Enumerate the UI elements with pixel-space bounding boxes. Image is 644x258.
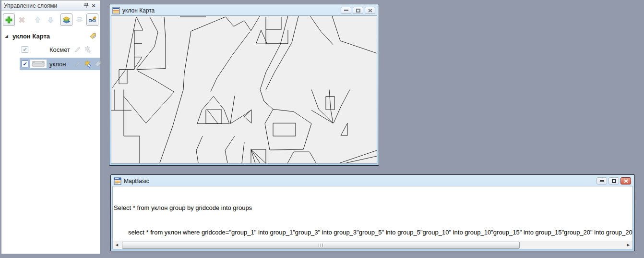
uklon-visibility-checkbox[interactable]: ✔ [22,61,28,67]
region-swatch-icon [32,61,45,67]
map-canvas[interactable] [111,15,377,164]
layer-properties-button[interactable] [86,13,98,26]
layer-panel-title: Управление слоями [4,2,82,9]
layer-panel-header: Управление слоями × [1,0,100,11]
mapbasic-code[interactable]: Select * from уклон group by gridcode in… [113,186,632,249]
layer-group-label: уклон Карта [12,33,89,40]
layer-row-uklon[interactable]: ✔ уклон [20,58,100,70]
scroll-left-arrow[interactable]: ◀ [113,241,121,249]
uklon-style-icon[interactable] [73,60,82,68]
tags-icon [89,32,97,40]
restore-button[interactable] [608,177,619,184]
desktop: Управление слоями × [0,0,644,258]
cosmetic-layer-label: Космет [49,46,72,53]
glasses-pen-icon [88,16,96,24]
layer-panel-toolbar [1,11,100,28]
minimize-button[interactable] [341,7,351,14]
move-layer-down-button[interactable] [45,13,57,26]
close-icon [624,179,628,183]
arrow-up-icon [34,16,42,24]
add-layer-button[interactable] [3,13,15,26]
pack-layers-button[interactable] [73,13,85,26]
horizontal-scrollbar[interactable]: ◀ ▶ [113,241,632,249]
pencil-icon [74,46,82,53]
layers-stack-icon [62,16,71,24]
uklon-swatch-slot [30,60,48,68]
remove-layer-button[interactable] [16,13,28,26]
mapbasic-editor[interactable]: Select * from уклон group by gridcode in… [112,186,633,249]
layer-row-cosmetic[interactable]: ✔ Космет [20,43,100,56]
mapbasic-window-buttons [596,177,632,184]
pencil-icon [74,60,82,68]
layer-tree: ◢ уклон Карта ✔ Космет [1,28,100,70]
remove-layer-icon [18,16,26,24]
scrollbar-thumb[interactable] [122,242,520,249]
layer-group-row[interactable]: ◢ уклон Карта [1,31,100,41]
add-layer-icon [5,16,13,24]
minimize-button[interactable] [596,177,607,184]
pin-icon-glyph [83,2,89,9]
map-window-title: уклон Карта [122,7,338,14]
panel-close-icon[interactable]: × [90,2,97,10]
move-layer-up-button[interactable] [32,13,44,26]
tag-icon [94,60,102,68]
map-window-buttons [341,7,376,14]
uklon-labels-icon[interactable] [94,60,102,68]
map-window-icon [112,7,120,14]
mapbasic-code-line: Select * from уклон group by gridcode in… [114,204,632,212]
group-labels-icon[interactable] [89,32,97,40]
arrow-down-icon [47,16,55,24]
close-button[interactable] [620,177,631,184]
close-icon [368,9,372,12]
map-window-titlebar[interactable]: уклон Карта [111,5,377,15]
pack-layers-icon [75,16,83,24]
map-window: уклон Карта [109,4,379,166]
layer-control-panel: Управление слоями × [1,0,100,254]
minimize-icon [344,10,348,11]
scrollbar-track[interactable] [121,241,624,249]
layer-control-button[interactable] [60,13,72,26]
cosmetic-swatch-slot [30,45,48,54]
restore-icon [356,9,360,12]
minimize-icon [600,180,604,182]
restore-icon [612,179,616,183]
expander-icon[interactable]: ◢ [5,34,8,38]
cosmetic-editable-icon[interactable] [83,46,92,54]
mapbasic-titlebar[interactable]: MapBasic [112,176,633,186]
uklon-editable-icon[interactable] [83,60,92,68]
cosmetic-style-icon[interactable] [73,46,82,54]
uklon-layer-label: уклон [49,61,72,68]
mapbasic-window-title: MapBasic [124,178,594,184]
mapbasic-code-line: select * from уклон where gridcode="grou… [114,228,632,236]
close-button[interactable] [365,7,375,14]
mapbasic-window: MapBasic Select * from уклон group by gr… [110,174,635,251]
pin-icon[interactable] [82,2,90,10]
mapbasic-window-icon [114,177,121,185]
scroll-right-arrow[interactable]: ▶ [624,241,632,249]
star-cursor-icon [84,60,92,68]
cosmetic-visibility-checkbox[interactable]: ✔ [22,46,28,53]
star-cursor-icon [84,46,92,53]
uklon-style-swatch[interactable] [30,60,47,68]
map-contours [111,16,377,163]
restore-button[interactable] [353,7,363,14]
